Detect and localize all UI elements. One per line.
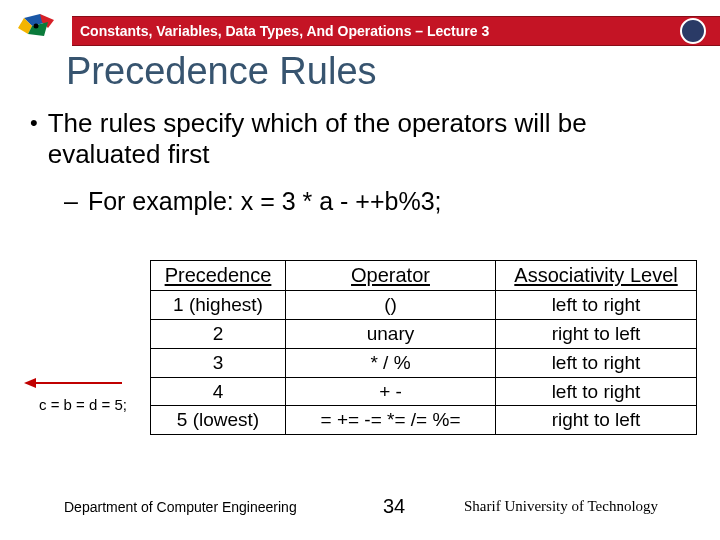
th-associativity: Associativity Level: [496, 261, 697, 291]
cell-prec: 2: [151, 319, 286, 348]
bullet-main-text: The rules specify which of the operators…: [48, 108, 700, 170]
lecture-bar: Constants, Variables, Data Types, And Op…: [72, 16, 666, 46]
cell-assoc: left to right: [496, 291, 697, 320]
lecture-label: Constants, Variables, Data Types, And Op…: [80, 23, 489, 39]
slide-title: Precedence Rules: [66, 50, 377, 93]
cell-op: (): [286, 291, 496, 320]
table-row: 2 unary right to left: [151, 319, 697, 348]
right-logo: [666, 16, 720, 46]
university-seal-icon: [680, 18, 706, 44]
dash-icon: –: [64, 186, 78, 216]
th-operator: Operator: [286, 261, 496, 291]
th-precedence: Precedence: [151, 261, 286, 291]
cell-prec: 3: [151, 348, 286, 377]
precedence-table: Precedence Operator Associativity Level …: [150, 260, 696, 435]
bullet-dot-icon: •: [30, 108, 38, 170]
cell-op: unary: [286, 319, 496, 348]
cell-op: = += -= *= /= %=: [286, 406, 496, 435]
cell-op: + -: [286, 377, 496, 406]
cell-op: * / %: [286, 348, 496, 377]
top-bar: Constants, Variables, Data Types, And Op…: [0, 16, 720, 46]
cell-assoc: right to left: [496, 319, 697, 348]
footer-page: 34: [364, 495, 424, 518]
table-row: 4 + - left to right: [151, 377, 697, 406]
cell-assoc: right to left: [496, 406, 697, 435]
table-header-row: Precedence Operator Associativity Level: [151, 261, 697, 291]
table-row: 5 (lowest) = += -= *= /= %= right to lef…: [151, 406, 697, 435]
bullet-sub: – For example: x = 3 * a - ++b%3;: [64, 186, 700, 216]
svg-marker-6: [24, 378, 36, 388]
bullet-sub-text: For example: x = 3 * a - ++b%3;: [88, 186, 442, 216]
footer-university: Sharif University of Technology: [424, 498, 720, 515]
left-logo: [0, 16, 72, 46]
arrow-left-icon: [24, 376, 124, 390]
cell-assoc: left to right: [496, 348, 697, 377]
slide: Constants, Variables, Data Types, And Op…: [0, 0, 720, 540]
side-note: c = b = d = 5;: [18, 396, 148, 413]
cell-assoc: left to right: [496, 377, 697, 406]
arrow-left: [24, 376, 124, 394]
cell-prec: 1 (highest): [151, 291, 286, 320]
puzzle-logo-icon: [14, 14, 58, 48]
footer: Department of Computer Engineering 34 Sh…: [0, 495, 720, 518]
cell-prec: 5 (lowest): [151, 406, 286, 435]
table-row: 3 * / % left to right: [151, 348, 697, 377]
body-content: • The rules specify which of the operato…: [30, 108, 700, 216]
svg-point-4: [34, 24, 39, 29]
footer-dept: Department of Computer Engineering: [0, 499, 364, 515]
table-row: 1 (highest) () left to right: [151, 291, 697, 320]
bullet-main: • The rules specify which of the operato…: [30, 108, 700, 170]
cell-prec: 4: [151, 377, 286, 406]
